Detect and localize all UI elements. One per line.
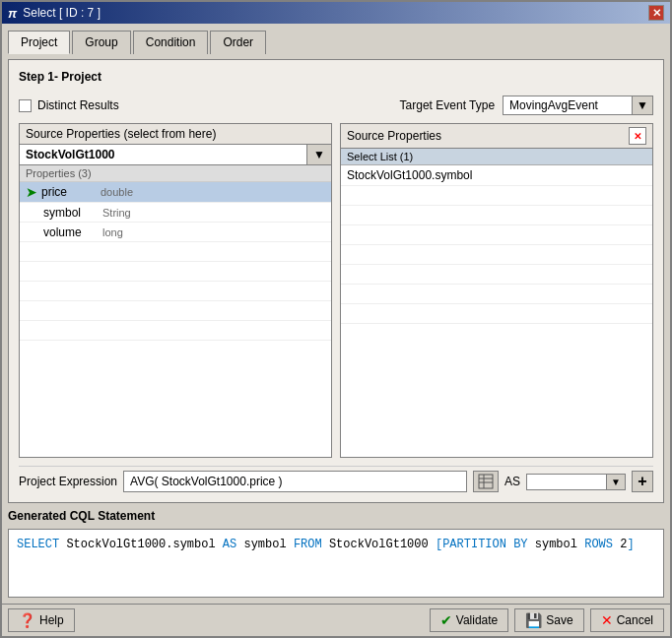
help-label: Help: [39, 613, 64, 627]
cql-symbol-field: StockVolGt1000.symbol: [66, 538, 222, 551]
cancel-label: Cancel: [617, 613, 653, 627]
cql-partition-by: PARTITION BY: [442, 538, 535, 551]
cancel-icon: ✕: [601, 612, 613, 628]
left-source-title: Source Properties (select from here): [20, 124, 331, 145]
project-expression-row: Project Expression AS ▼ +: [19, 466, 653, 492]
table-icon: [478, 474, 494, 489]
expression-builder-button[interactable]: [473, 471, 499, 492]
step-title: Step 1- Project: [19, 70, 653, 84]
property-row-volume[interactable]: volume long: [20, 223, 331, 242]
target-event-arrow[interactable]: ▼: [632, 96, 652, 114]
empty-row-1: [20, 242, 331, 262]
footer: ❓ Help ✔ Validate 💾 Save ✕ Cancel: [2, 604, 670, 636]
source-dropdown-value: StockVolGt1000: [20, 145, 306, 164]
target-event-label: Target Event Type: [400, 98, 496, 112]
cancel-button[interactable]: ✕ Cancel: [590, 608, 664, 632]
distinct-checkbox[interactable]: [19, 99, 32, 112]
property-row-price[interactable]: ➤ price double: [20, 182, 331, 203]
property-name-volume: volume: [43, 225, 102, 239]
right-empty-7: [341, 304, 652, 324]
distinct-row: Distinct Results: [19, 98, 119, 112]
cql-as: AS: [223, 538, 244, 551]
main-window: π Select [ ID : 7 ] ✕ Project Group Cond…: [0, 0, 672, 638]
validate-button[interactable]: ✔ Validate: [430, 608, 508, 632]
property-name-symbol: symbol: [43, 206, 102, 220]
project-expression-input[interactable]: [123, 471, 467, 492]
empty-row-3: [20, 282, 331, 301]
help-button[interactable]: ❓ Help: [8, 608, 75, 632]
property-type-price: double: [101, 186, 133, 198]
empty-row-2: [20, 262, 331, 282]
top-controls: Distinct Results Target Event Type Movin…: [19, 96, 653, 115]
cql-section: Generated CQL Statement SELECT StockVolG…: [8, 509, 664, 598]
select-list-item-0[interactable]: StockVolGt1000.symbol: [341, 165, 652, 186]
cql-text: SELECT StockVolGt1000.symbol AS symbol F…: [17, 538, 655, 551]
right-empty-3: [341, 225, 652, 245]
title-bar-text: Select [ ID : 7 ]: [23, 6, 101, 20]
cql-title: Generated CQL Statement: [8, 509, 664, 523]
cql-partition-col: symbol: [535, 538, 584, 551]
validate-label: Validate: [456, 613, 498, 627]
tab-order[interactable]: Order: [210, 31, 266, 54]
tab-project[interactable]: Project: [8, 31, 70, 54]
as-dropdown[interactable]: ▼: [526, 474, 626, 490]
cql-content: SELECT StockVolGt1000.symbol AS symbol F…: [8, 529, 664, 598]
close-button[interactable]: ✕: [648, 5, 664, 21]
window-body: Project Group Condition Order Step 1- Pr…: [2, 24, 670, 604]
property-type-volume: long: [102, 226, 123, 238]
target-event-dropdown[interactable]: MovingAvgEvent ▼: [503, 96, 653, 115]
properties-header: Properties (3): [20, 165, 331, 182]
svg-rect-0: [479, 475, 493, 488]
save-icon: 💾: [525, 612, 542, 628]
footer-right: ✔ Validate 💾 Save ✕ Cancel: [430, 608, 664, 632]
as-dropdown-text: [527, 479, 606, 483]
cql-symbol-alias: symbol: [243, 538, 293, 551]
save-button[interactable]: 💾 Save: [514, 608, 583, 632]
cql-from: FROM: [294, 538, 329, 551]
right-empty-6: [341, 285, 652, 304]
as-label: AS: [504, 475, 520, 488]
property-arrow-price: ➤: [26, 184, 37, 200]
cql-from-table: StockVolGt1000: [329, 538, 436, 551]
help-icon: ❓: [19, 612, 35, 628]
select-list-header: Select List (1): [341, 149, 652, 165]
right-panel-title: Source Properties: [347, 129, 441, 143]
source-dropdown-arrow[interactable]: ▼: [306, 145, 331, 164]
property-name-price: price: [41, 185, 101, 199]
right-empty-1: [341, 186, 652, 206]
target-event-value: MovingAvgEvent: [504, 96, 632, 114]
target-event-row: Target Event Type MovingAvgEvent ▼: [400, 96, 653, 115]
tab-condition[interactable]: Condition: [133, 31, 209, 54]
left-source-panel: Source Properties (select from here) Sto…: [19, 123, 332, 458]
cql-select: SELECT: [17, 538, 66, 551]
main-panel: Step 1- Project Distinct Results Target …: [8, 59, 664, 503]
right-panel-title-bar: Source Properties ✕: [341, 124, 652, 149]
project-expression-label: Project Expression: [19, 475, 117, 488]
validate-icon: ✔: [440, 612, 452, 628]
title-bar-icon: π: [8, 6, 17, 21]
tab-group[interactable]: Group: [72, 31, 130, 54]
source-section: Source Properties (select from here) Sto…: [19, 123, 653, 458]
as-dropdown-arrow[interactable]: ▼: [606, 475, 625, 489]
empty-row-4: [20, 301, 331, 321]
source-dropdown-row: StockVolGt1000 ▼: [20, 145, 331, 165]
property-type-symbol: String: [102, 207, 131, 219]
cql-bracket-close: ]: [627, 538, 634, 551]
right-empty-5: [341, 265, 652, 285]
distinct-label: Distinct Results: [37, 98, 119, 112]
empty-row-5: [20, 321, 331, 341]
save-label: Save: [546, 613, 572, 627]
cql-rows: ROWS: [584, 538, 620, 551]
property-row-symbol[interactable]: symbol String: [20, 203, 331, 223]
right-empty-4: [341, 245, 652, 265]
add-expression-button[interactable]: +: [632, 471, 653, 492]
right-source-panel: Source Properties ✕ Select List (1) Stoc…: [340, 123, 653, 458]
right-empty-2: [341, 206, 652, 225]
title-bar: π Select [ ID : 7 ] ✕: [2, 2, 670, 24]
tab-bar: Project Group Condition Order: [8, 30, 664, 53]
delete-button[interactable]: ✕: [629, 127, 646, 145]
